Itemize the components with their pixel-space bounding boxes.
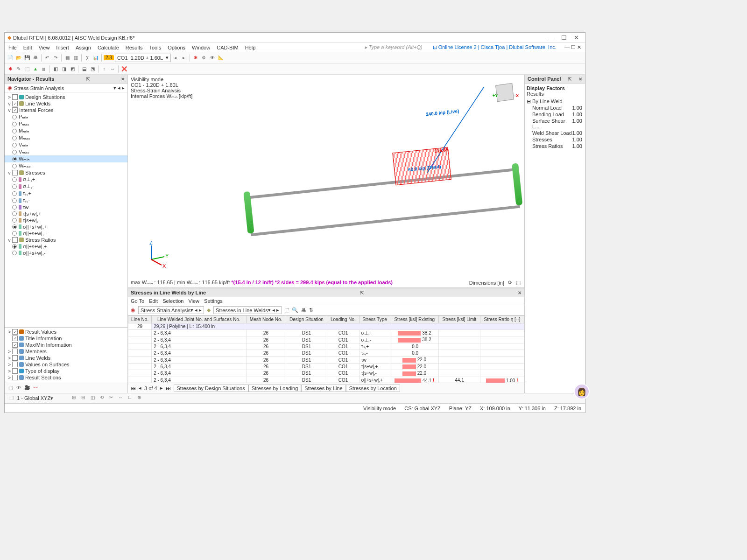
cp-close-icon[interactable]: ✕	[578, 77, 582, 82]
rb1-icon[interactable]: ⬚	[284, 307, 289, 313]
new-icon[interactable]: 📄	[7, 54, 14, 62]
tree-node[interactable]: τ|s+w|,+	[5, 210, 127, 217]
tree-node[interactable]: vStresses	[5, 169, 127, 176]
tree-node[interactable]: σ⊥,-	[5, 183, 127, 190]
results-menu-item[interactable]: Selection	[162, 298, 183, 304]
save-icon[interactable]: 💾	[23, 54, 31, 62]
tree-node[interactable]: Mₘᵢₙ	[5, 127, 127, 134]
close-button[interactable]: ✕	[570, 34, 582, 41]
bb7-icon[interactable]: ↔	[117, 395, 124, 402]
tree-node[interactable]: σ||+s+w|,+	[5, 224, 127, 230]
tree-node[interactable]: Pₘₐₓ	[5, 120, 127, 127]
bb2-icon[interactable]: ⊞	[70, 395, 78, 402]
tree-node[interactable]: >Members	[5, 348, 127, 355]
nb4-icon[interactable]: 〰	[32, 384, 39, 392]
load-combo[interactable]: CO1 1.20D + 1.60L▾	[115, 54, 171, 62]
menu-results[interactable]: Results	[126, 45, 143, 50]
menu-file[interactable]: File	[8, 45, 17, 50]
results-tab[interactable]: Stresses by Line	[301, 385, 345, 392]
s1-icon[interactable]: ✱	[7, 65, 14, 73]
results-tab[interactable]: Stresses by Location	[346, 385, 400, 392]
s8-icon[interactable]: ◩	[69, 65, 76, 73]
tree-node[interactable]: τₛ,+	[5, 190, 127, 197]
tree-node[interactable]: Vₘᵢₙ	[5, 141, 127, 148]
print-icon[interactable]: 🖶	[32, 54, 39, 62]
tree-node[interactable]: Wₘₐₓ	[5, 162, 127, 169]
tree-node[interactable]: v✓Internal Forces	[5, 107, 127, 113]
rb4-icon[interactable]: ⇅	[309, 307, 313, 313]
results-sel1[interactable]: Stress-Strain Analysis▾ ◂ ▸	[138, 306, 204, 314]
open-icon[interactable]: 📂	[15, 54, 22, 62]
vd2-icon[interactable]: ⬚	[516, 280, 521, 286]
menu-insert[interactable]: Insert	[56, 45, 69, 50]
tree-node[interactable]: >✓Result Values	[5, 329, 127, 335]
maximize-button[interactable]: ☐	[558, 34, 570, 41]
s6-icon[interactable]: ◧	[52, 65, 59, 73]
menu-window[interactable]: Window	[192, 45, 210, 50]
menu-view[interactable]: View	[39, 45, 50, 50]
results-menu-item[interactable]: View	[188, 298, 199, 304]
s5-icon[interactable]: ⫼	[40, 65, 48, 73]
t1-icon[interactable]: ✱	[192, 54, 199, 62]
calc-icon[interactable]: ∑	[84, 54, 91, 62]
bb6-icon[interactable]: ✂	[107, 395, 115, 402]
results-tab[interactable]: Stresses by Loading	[248, 385, 302, 392]
tree-node[interactable]: vStress Ratios	[5, 237, 127, 243]
s2-icon[interactable]: ✎	[15, 65, 22, 73]
results-menu-item[interactable]: Settings	[204, 298, 223, 304]
t2-icon[interactable]: ⚙	[200, 54, 208, 62]
minimize-button[interactable]: —	[546, 34, 558, 41]
next-page-icon[interactable]: ▸	[160, 385, 163, 391]
cp-factor-row[interactable]: Bending Load1.00	[527, 111, 583, 118]
search-input[interactable]: ▸ Type a keyword (Alt+Q)	[365, 44, 423, 50]
nb2-icon[interactable]: 👁	[15, 384, 22, 392]
cp-factor-row[interactable]: Stresses1.00	[527, 136, 583, 143]
tree-node[interactable]: >Design Situations	[5, 94, 127, 100]
prev-icon[interactable]: ◂	[172, 54, 179, 62]
results-sel2[interactable]: Stresses in Line Welds▾ ◂ ▸	[213, 306, 282, 314]
tree-node[interactable]: >Line Welds	[5, 355, 127, 361]
tree-node[interactable]: v✓Line Welds	[5, 100, 127, 107]
last-icon[interactable]: ⏭	[166, 385, 171, 391]
results-grid[interactable]: Line No.Line Welded Joint No. and Surfac…	[128, 315, 524, 383]
next-icon[interactable]: ▸	[180, 54, 188, 62]
cp-factor-row[interactable]: Stress Ratios1.00	[527, 143, 583, 149]
assistant-avatar[interactable]: 👩	[574, 384, 590, 399]
menu-help[interactable]: Help	[245, 45, 256, 50]
s3-icon[interactable]: ⬚	[23, 65, 31, 73]
first-icon[interactable]: ⏮	[131, 385, 136, 391]
bb8-icon[interactable]: ∟	[126, 395, 134, 402]
cs-combo[interactable]: 1 - Global XYZ▾	[17, 395, 68, 401]
tree-node[interactable]: >Values on Surfaces	[5, 361, 127, 368]
viewport[interactable]: Visibility mode CO1 - 1.20D + 1.60L Stre…	[128, 75, 524, 288]
tree-node[interactable]: σ⊥,+	[5, 176, 127, 183]
rb2-icon[interactable]: 🔍	[292, 307, 298, 313]
bb9-icon[interactable]: ⊕	[135, 395, 143, 402]
redo-icon[interactable]: ↷	[52, 54, 59, 62]
cp-factor-row[interactable]: Normal Load1.00	[527, 105, 583, 111]
tree-node[interactable]: Pₘᵢₙ	[5, 113, 127, 120]
undo-icon[interactable]: ↶	[43, 54, 51, 62]
view2-icon[interactable]: ▥	[72, 54, 79, 62]
tree-node[interactable]: σ||+s+w|,-	[5, 230, 127, 237]
tree-node[interactable]: σ||+s+w|,+	[5, 243, 127, 250]
results-close-icon[interactable]: ✕	[518, 290, 521, 295]
undock-icon[interactable]: ⇱	[86, 77, 90, 82]
menu-tools[interactable]: Tools	[149, 45, 161, 50]
vd1-icon[interactable]: ⟳	[508, 280, 512, 286]
menu-options[interactable]: Options	[168, 45, 185, 50]
tree-node[interactable]: Mₘₐₓ	[5, 134, 127, 141]
results-undock-icon[interactable]: ⇱	[360, 290, 364, 295]
bb3-icon[interactable]: ⊟	[79, 395, 87, 402]
s12-icon[interactable]: ↔	[109, 65, 116, 73]
menu-cad-bim[interactable]: CAD-BIM	[217, 45, 238, 50]
close-panel-icon[interactable]: ✕	[121, 77, 125, 82]
tree-node[interactable]: σ||+s+w|,-	[5, 250, 127, 256]
tree-node[interactable]: τw	[5, 204, 127, 210]
bb5-icon[interactable]: ⟲	[98, 395, 106, 402]
nb1-icon[interactable]: ⬚	[7, 384, 14, 392]
tree-node[interactable]: τ|s+w|,-	[5, 217, 127, 224]
menu-edit[interactable]: Edit	[23, 45, 32, 50]
t4-icon[interactable]: 📐	[217, 54, 225, 62]
mdi-controls[interactable]: — ☐ ✕	[563, 44, 581, 50]
